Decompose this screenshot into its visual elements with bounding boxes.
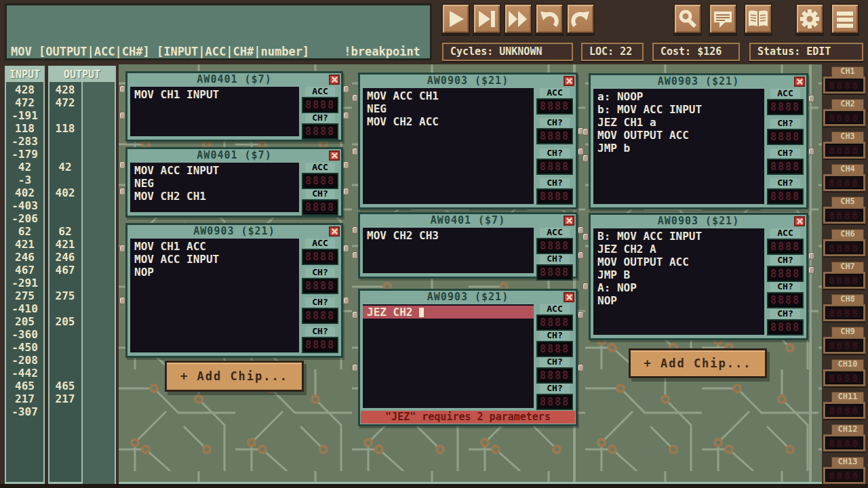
register-label: ACC <box>540 88 570 98</box>
close-icon <box>332 77 338 83</box>
output-value: 118 <box>50 122 81 135</box>
channel: CH5 8888 <box>822 197 868 224</box>
close-icon <box>566 78 572 84</box>
segment-digits: 8888 <box>540 317 570 329</box>
settings-button[interactable] <box>795 3 824 34</box>
chip-title[interactable]: AW0903 ($21) <box>127 225 341 238</box>
close-button[interactable] <box>564 216 574 226</box>
output-value: 275 <box>50 289 81 302</box>
code-editor[interactable]: MOV CH2 CH3 <box>363 228 534 273</box>
code-editor[interactable]: MOV CH1 ACC MOV ACC INPUT NOP <box>130 239 299 352</box>
seven-segment-display: 8888 <box>767 99 804 115</box>
output-value: 246 <box>50 251 81 264</box>
channel-label: CH4 <box>831 164 864 174</box>
close-button[interactable] <box>564 292 574 302</box>
chip-pin <box>119 112 125 119</box>
chip-pin <box>352 94 358 102</box>
step-button[interactable] <box>473 3 501 34</box>
chip-title[interactable]: AW0401 ($7) <box>127 149 341 162</box>
manual-button[interactable] <box>744 3 772 34</box>
code-editor[interactable]: JEZ CH2 <box>363 304 534 408</box>
add-chip-button[interactable]: + Add Chip... <box>165 361 304 392</box>
undo-button[interactable] <box>535 3 564 34</box>
output-value: 467 <box>50 264 81 277</box>
segment-digits: 8888 <box>770 241 800 253</box>
output-value <box>50 302 81 315</box>
menu-button[interactable] <box>831 3 859 34</box>
input-row: -291 <box>6 277 43 289</box>
input-row: 421 <box>6 238 43 251</box>
close-button[interactable] <box>564 76 574 86</box>
code-editor[interactable]: MOV ACC INPUT NEG MOV CH2 CH1 <box>130 163 299 212</box>
chip[interactable]: AW0401 ($7) MOV ACC INPUT NEG MOV CH2 CH… <box>125 147 343 218</box>
channel: CH4 8888 <box>822 164 868 191</box>
search-button[interactable] <box>673 3 702 34</box>
close-button[interactable] <box>329 226 340 237</box>
chip-title[interactable]: AW0401 ($7) <box>360 214 576 227</box>
channel-display: 8888 <box>823 369 865 386</box>
chip[interactable]: AW0903 ($21) a: NOOP b: MOV ACC INPUT JE… <box>589 73 808 209</box>
chip[interactable]: AW0401 ($7) MOV CH1 INPUT ACC8888CH?8888 <box>125 71 343 142</box>
seven-segment-display: 8888 <box>536 394 573 410</box>
channel: CH7 8888 <box>822 262 868 289</box>
chip-title[interactable]: AW0903 ($21) <box>591 215 806 228</box>
close-button[interactable] <box>794 77 805 87</box>
comments-button[interactable] <box>709 3 737 34</box>
code-editor[interactable]: MOV ACC CH1 NEG MOV CH2 ACC <box>363 88 534 204</box>
register-label: ACC <box>305 87 335 96</box>
code-editor[interactable]: MOV CH1 INPUT <box>130 87 299 136</box>
play-button[interactable] <box>441 3 470 34</box>
channel: CH3 8888 <box>822 131 868 159</box>
close-icon <box>332 228 338 235</box>
input-row: -191 <box>6 109 43 122</box>
active-line-text: JEZ CH2 <box>367 306 419 319</box>
chip-title[interactable]: AW0401 ($7) <box>127 73 341 86</box>
input-row: 118 <box>6 122 43 135</box>
output-value <box>50 148 81 161</box>
active-code-line[interactable]: JEZ CH2 <box>363 306 534 319</box>
segment-digits: 8888 <box>770 101 800 113</box>
redo-button[interactable] <box>566 3 595 34</box>
chip[interactable]: AW0903 ($21) MOV ACC CH1 NEG MOV CH2 ACC… <box>358 73 578 209</box>
close-button[interactable] <box>329 150 340 161</box>
seven-segment-display: 8888 <box>536 264 573 281</box>
channel: CH13 8888 <box>822 457 868 484</box>
chip[interactable]: AW0903 ($21) MOV CH1 ACC MOV ACC INPUT N… <box>125 223 343 358</box>
output-value <box>50 277 81 289</box>
close-button[interactable] <box>794 216 805 226</box>
output-value <box>50 109 81 122</box>
chip[interactable]: AW0401 ($7) MOV CH2 CH3 ACC8888CH?8888 <box>358 212 578 279</box>
code-editor[interactable]: a: NOOP b: MOV ACC INPUT JEZ CH1 a MOV O… <box>593 89 764 204</box>
input-row: 62 <box>6 225 43 238</box>
output-value: 472 <box>50 96 81 109</box>
input-value: -360 <box>6 328 43 341</box>
input-value: 205 <box>6 315 43 328</box>
output-header: OUTPUT <box>50 67 115 82</box>
play-icon <box>446 9 466 29</box>
segment-digits: 8888 <box>770 294 800 306</box>
segment-digits: 8888 <box>770 161 800 173</box>
input-row: 472 <box>6 96 43 109</box>
chip[interactable]: AW0903 ($21) JEZ CH2 "JEZ" requires 2 pa… <box>358 289 578 426</box>
close-button[interactable] <box>329 75 340 85</box>
chip[interactable]: AW0903 ($21) B: MOV ACC INPUT JEZ CH2 A … <box>589 213 808 340</box>
channel-label: CH11 <box>831 392 864 402</box>
comments-icon <box>713 9 733 29</box>
chip-pin <box>352 311 358 319</box>
chip-pin <box>119 245 125 252</box>
chip-pin <box>583 233 589 241</box>
fast-forward-button[interactable] <box>504 3 532 34</box>
seven-segment-display: 8888 <box>536 238 573 254</box>
chip-pin <box>119 297 125 304</box>
chip-pin <box>352 364 358 371</box>
chip-title[interactable]: AW0903 ($21) <box>591 75 806 88</box>
add-chip-button[interactable]: + Add Chip... <box>629 348 767 378</box>
chip-pin <box>343 85 349 93</box>
output-actual-column <box>81 82 115 484</box>
chip-title[interactable]: AW0903 ($21) <box>360 75 576 87</box>
segment-digits: 8888 <box>770 131 800 143</box>
register-label: CH? <box>770 282 800 291</box>
code-editor[interactable]: B: MOV ACC INPUT JEZ CH2 A MOV OUTPUT AC… <box>593 228 764 335</box>
chip-title[interactable]: AW0903 ($21) <box>360 291 576 304</box>
register-label: ACC <box>540 304 570 314</box>
